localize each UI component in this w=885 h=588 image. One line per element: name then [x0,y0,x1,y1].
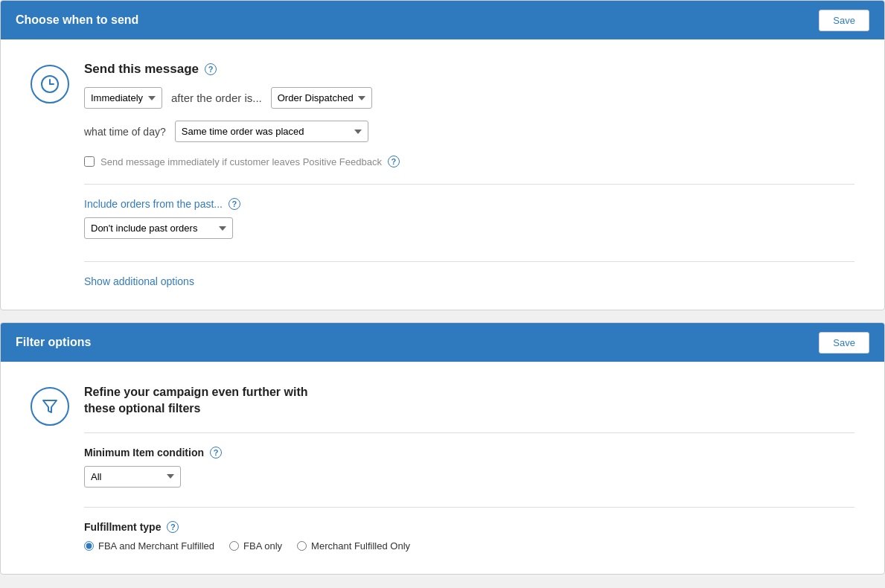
fulfillment-type-options: FBA and Merchant Fulfilled FBA only Merc… [84,540,854,552]
clock-svg-icon [39,74,60,95]
choose-when-header: Choose when to send Save [1,1,884,39]
fulfillment-type-label: Fulfillment type [84,521,161,533]
minimum-condition-label: Minimum Item condition [84,447,204,458]
merchant-fulfilled-option[interactable]: Merchant Fulfilled Only [297,540,410,552]
merchant-fulfilled-label: Merchant Fulfilled Only [311,540,410,552]
filter-divider-1 [84,432,854,433]
fba-only-radio[interactable] [229,541,239,551]
send-message-help-icon[interactable]: ? [205,63,217,75]
filter-options-body: Refine your campaign even further withth… [1,362,884,574]
send-section: Send this message ? Immediately 1 day 2 … [31,62,854,287]
positive-feedback-checkbox[interactable] [84,156,95,167]
choose-when-title: Choose when to send [16,13,138,27]
send-title: Send this message [84,62,199,77]
timing-row: Immediately 1 day 2 days 3 days 5 days 7… [84,87,854,109]
after-text: after the order is... [171,92,262,104]
refine-text: Refine your campaign even further withth… [84,384,854,418]
minimum-condition-select[interactable]: All New Like New Very Good Good Acceptab… [84,466,181,488]
include-orders-label-row: Include orders from the past... ? [84,198,854,210]
include-orders-help-icon[interactable]: ? [229,198,240,210]
filter-content: Refine your campaign even further withth… [84,384,854,552]
past-orders-select[interactable]: Don't include past orders Past 7 days Pa… [84,217,233,239]
fba-and-merchant-radio[interactable] [84,541,94,551]
fba-only-option[interactable]: FBA only [229,540,282,552]
minimum-condition-label-row: Minimum Item condition ? [84,447,854,458]
include-orders-text: Include orders from the past... [84,198,223,210]
filter-options-section: Filter options Save Refine your campaign… [0,322,885,575]
fba-and-merchant-label: FBA and Merchant Fulfilled [98,540,214,552]
what-time-row: what time of day? Same time order was pl… [84,121,854,142]
filter-divider-2 [84,507,854,508]
filter-section: Refine your campaign even further withth… [31,384,854,552]
minimum-condition-help-icon[interactable]: ? [210,447,222,458]
divider-2 [84,261,854,262]
filter-options-header: Filter options Save [1,323,884,362]
funnel-svg-icon [40,397,60,416]
filter-options-save-button[interactable]: Save [819,332,869,354]
timing-select[interactable]: Immediately 1 day 2 days 3 days 5 days 7… [84,87,162,109]
send-content: Send this message ? Immediately 1 day 2 … [84,62,854,287]
filter-options-title: Filter options [16,336,91,349]
fulfillment-type-label-row: Fulfillment type ? [84,521,854,533]
fulfillment-type-help-icon[interactable]: ? [167,521,179,533]
clock-icon [31,65,69,103]
merchant-fulfilled-radio[interactable] [297,541,307,551]
choose-when-section: Choose when to send Save Send this messa… [0,0,885,310]
fba-and-merchant-option[interactable]: FBA and Merchant Fulfilled [84,540,214,552]
what-time-select[interactable]: Same time order was placed Morning (8am)… [175,121,368,142]
positive-feedback-help-icon[interactable]: ? [388,156,400,167]
positive-feedback-label[interactable]: Send message immediately if customer lea… [100,156,382,167]
fba-only-label: FBA only [243,540,282,552]
choose-when-save-button[interactable]: Save [819,10,869,31]
positive-feedback-checkbox-row: Send message immediately if customer lea… [84,156,854,167]
send-title-row: Send this message ? [84,62,854,77]
funnel-icon [31,387,69,426]
choose-when-body: Send this message ? Immediately 1 day 2 … [1,39,884,310]
what-time-label: what time of day? [84,126,166,138]
show-additional-link[interactable]: Show additional options [84,275,194,287]
order-status-select[interactable]: Order Dispatched Order Delivered Order P… [271,87,372,109]
divider-1 [84,184,854,185]
